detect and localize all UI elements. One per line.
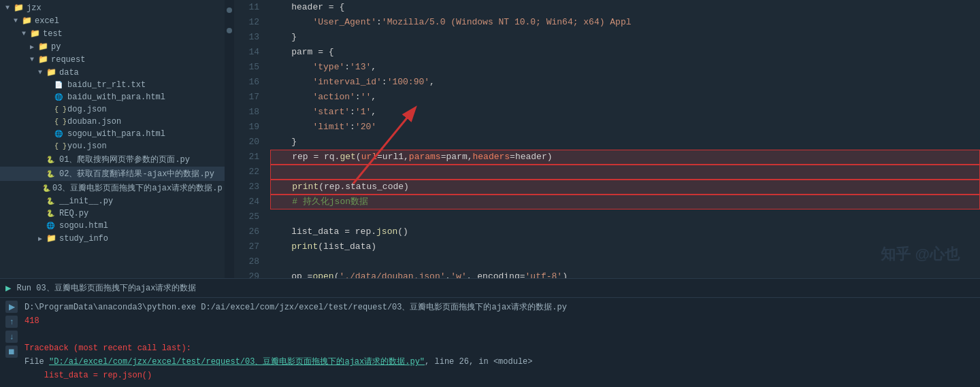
sidebar-item-dog-json[interactable]: ▶ { } dog.json <box>0 103 225 116</box>
spacer: ▶ <box>46 142 54 150</box>
folder-icon: 📁 <box>38 41 49 52</box>
spacer: ▶ <box>38 197 46 205</box>
arrow-icon: ▼ <box>5 4 14 12</box>
code-line-18: 'start': '1', <box>270 105 980 120</box>
spacer: ▶ <box>38 170 46 178</box>
sidebar-item-label: 03、豆瓣电影页面拖拽下的ajax请求的数据.p <box>52 182 223 194</box>
line-num: 15 <box>240 60 259 75</box>
code-line-24: # 持久化json数据 <box>270 195 980 209</box>
line-num: 23 <box>240 180 259 195</box>
main-area: ▼ 📁 jzx ▼ 📁 excel ▼ 📁 test ▶ 📁 py ▼ 📁 re… <box>0 0 980 278</box>
line-num: 24 <box>240 195 259 209</box>
sidebar-item-label: sogou.html <box>59 221 108 231</box>
sidebar-item-study-info[interactable]: ▶ 📁 study_info <box>0 232 225 245</box>
scroll-bar[interactable] <box>225 0 234 278</box>
sidebar-item-py[interactable]: ▶ 📁 py <box>0 40 225 53</box>
sidebar-item-req[interactable]: ▶ 🐍 REQ.py <box>0 207 225 220</box>
sidebar-item-label: baidu_tr_rlt.txt <box>67 80 146 90</box>
code-line-23: print(rep.status_code) <box>270 180 980 195</box>
code-content: header = { 'User_Agent': 'Mozilla/5.0 (W… <box>265 0 980 278</box>
sidebar-item-label: you.json <box>67 141 107 151</box>
run-tab-bar: ▶ Run 03、豆瓣电影页面拖拽下的ajax请求的数据 <box>0 279 980 298</box>
spacer: ▶ <box>38 222 46 230</box>
line-num: 22 <box>240 165 259 180</box>
line-num: 20 <box>240 135 259 150</box>
sidebar-item-data[interactable]: ▼ 📁 data <box>0 66 225 79</box>
sidebar-item-label: sogou_with_para.html <box>67 129 165 139</box>
sidebar-item-01py[interactable]: ▶ 🐍 01、爬取搜狗网页带参数的页面.py <box>0 152 225 167</box>
file-icon: 🐍 <box>46 156 57 164</box>
code-line-22 <box>270 165 980 180</box>
sidebar-item-test[interactable]: ▼ 📁 test <box>0 27 225 40</box>
file-icon: 🌐 <box>54 130 65 138</box>
line-num: 13 <box>240 30 259 45</box>
code-line-19: 'limit': '20' <box>270 120 980 135</box>
sidebar-item-baidu-txt[interactable]: ▶ 📄 baidu_tr_rlt.txt <box>0 79 225 91</box>
output-line-4: Traceback (most recent call last): <box>24 341 975 355</box>
run-up-button[interactable]: ↑ <box>5 316 18 328</box>
code-line-15: 'type': '13', <box>270 60 980 75</box>
code-line-13: } <box>270 30 980 45</box>
line-num: 27 <box>240 239 259 254</box>
code-line-21: rep = rq.get(url=url1, params=parm, head… <box>270 150 980 165</box>
sidebar-item-label: REQ.py <box>59 209 88 218</box>
output-line-1: D:\ProgramData\anaconda3\python.exe D:/a… <box>24 301 975 314</box>
sidebar-item-sogou-html[interactable]: ▶ 🌐 sogou_with_para.html <box>0 128 225 140</box>
line-num: 25 <box>240 209 259 224</box>
sidebar-item-02py[interactable]: ▶ 🐍 02、获取百度翻译结果-ajax中的数据.py <box>0 167 225 181</box>
sidebar-item-label: __init__.py <box>59 197 113 206</box>
sidebar-item-label: study_info <box>59 234 108 243</box>
code-line-28 <box>270 254 980 269</box>
output-line-3 <box>24 328 975 341</box>
sidebar-item-init[interactable]: ▶ 🐍 __init__.py <box>0 195 225 207</box>
arrow-icon: ▶ <box>30 43 38 51</box>
sidebar-item-label: jzx <box>27 3 42 13</box>
line-numbers: 11 12 13 14 15 16 17 18 19 20 21 22 23 2… <box>234 0 265 278</box>
run-down-button[interactable]: ↓ <box>5 331 18 343</box>
scroll-marker <box>227 28 232 33</box>
code-editor: 11 12 13 14 15 16 17 18 19 20 21 22 23 2… <box>225 0 980 278</box>
code-line-25 <box>270 209 980 224</box>
file-icon: 🐍 <box>46 170 57 178</box>
arrow-icon: ▼ <box>14 17 22 24</box>
line-num: 16 <box>240 75 259 90</box>
line-num: 28 <box>240 254 259 269</box>
sidebar-item-label: test <box>43 29 63 39</box>
run-tab-label[interactable]: Run 03、豆瓣电影页面拖拽下的ajax请求的数据 <box>16 282 196 294</box>
file-icon: { } <box>54 118 65 126</box>
folder-icon: 📁 <box>46 233 57 243</box>
line-num: 26 <box>240 224 259 239</box>
sidebar-item-excel[interactable]: ▼ 📁 excel <box>0 14 225 27</box>
file-icon: 🐍 <box>46 197 57 205</box>
sidebar-item-jzx[interactable]: ▼ 📁 jzx <box>0 1 225 14</box>
sidebar-item-label: excel <box>35 16 59 26</box>
sidebar-item-label: 01、爬取搜狗网页带参数的页面.py <box>59 154 190 165</box>
code-line-16: 'interval_id': '100:90', <box>270 75 980 90</box>
sidebar-item-baidu-html[interactable]: ▶ 🌐 baidu_with_para.html <box>0 91 225 103</box>
code-line-14: parm = { <box>270 45 980 60</box>
sidebar-item-you-json[interactable]: ▶ { } you.json <box>0 140 225 152</box>
folder-icon: 📁 <box>30 29 41 39</box>
output-line-2: 418 <box>24 314 975 328</box>
arrow-icon: ▶ <box>38 235 46 243</box>
code-line-26: list_data = rep.json() <box>270 224 980 239</box>
run-output-area: ▶ ↑ ↓ ⏹ D:\ProgramData\anaconda3\python.… <box>0 298 980 387</box>
run-stop-button[interactable]: ⏹ <box>5 346 18 358</box>
line-num: 19 <box>240 120 259 135</box>
arrow-icon: ▼ <box>22 30 30 37</box>
file-icon: { } <box>54 143 65 150</box>
sidebar-item-sogou-html2[interactable]: ▶ 🌐 sogou.html <box>0 220 225 232</box>
line-num: 14 <box>240 45 259 60</box>
spacer: ▶ <box>46 105 54 114</box>
spacer: ▶ <box>46 93 54 101</box>
spacer: ▶ <box>38 209 46 218</box>
bottom-panel: ▶ Run 03、豆瓣电影页面拖拽下的ajax请求的数据 ▶ ↑ ↓ ⏹ D:\… <box>0 278 980 387</box>
code-line-12: 'User_Agent': 'Mozilla/5.0 (Windows NT 1… <box>270 15 980 30</box>
run-play-button[interactable]: ▶ <box>5 301 18 313</box>
sidebar-item-douban-json[interactable]: ▶ { } douban.json <box>0 116 225 128</box>
sidebar-item-03py[interactable]: ▶ 🐍 03、豆瓣电影页面拖拽下的ajax请求的数据.p <box>0 181 225 195</box>
folder-icon: 📁 <box>14 3 24 13</box>
sidebar-item-request[interactable]: ▼ 📁 request <box>0 53 225 66</box>
sidebar-item-label: 02、获取百度翻译结果-ajax中的数据.py <box>59 168 214 180</box>
watermark: 知乎 @心也 <box>881 244 960 265</box>
